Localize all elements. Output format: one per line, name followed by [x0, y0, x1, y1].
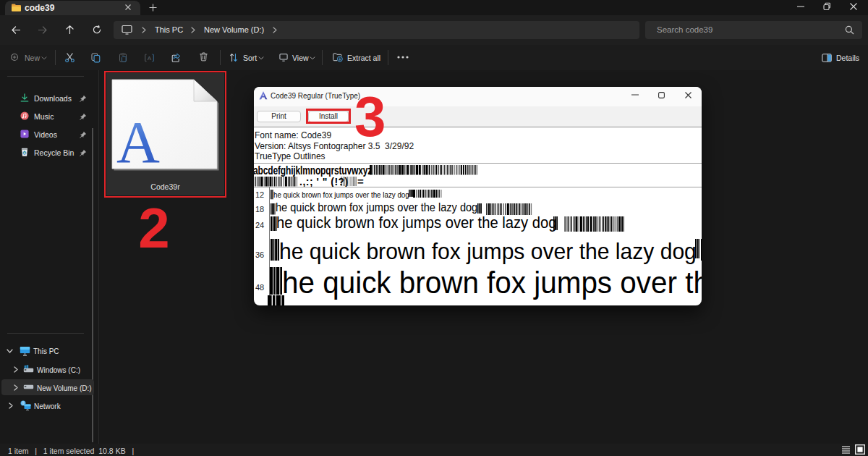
svg-text:A: A: [148, 55, 152, 62]
